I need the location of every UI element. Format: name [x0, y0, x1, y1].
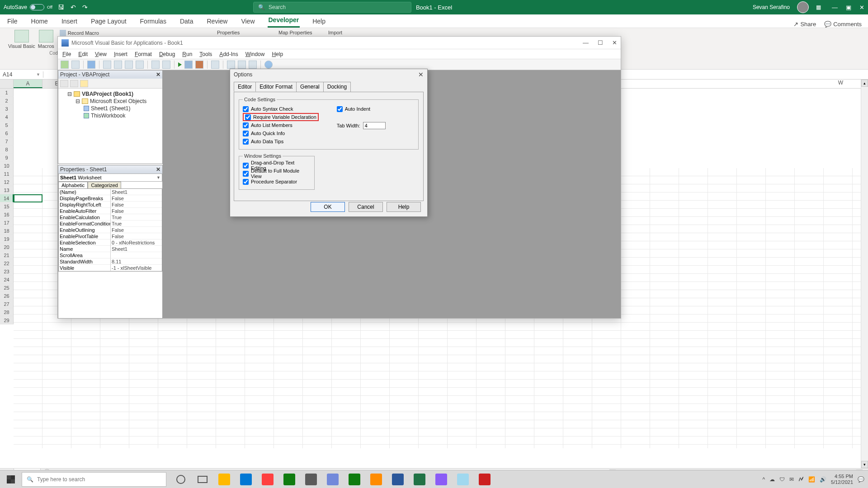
dialog-tab-editor-format[interactable]: Editor Format	[255, 82, 297, 92]
row-header[interactable]: 18	[0, 227, 14, 235]
row-header[interactable]: 8	[0, 145, 14, 154]
vba-menu-help[interactable]: Help	[272, 51, 283, 57]
row-header[interactable]: 28	[0, 308, 14, 316]
dialog-tab-docking[interactable]: Docking	[323, 82, 351, 92]
select-all-corner[interactable]	[0, 80, 14, 88]
vba-tool-icon[interactable]	[227, 61, 235, 69]
share-button[interactable]: ↗ Share	[793, 21, 816, 28]
notifications-icon[interactable]: 💬	[858, 476, 864, 483]
close-icon[interactable]: ✕	[156, 71, 160, 78]
toggle-folders-icon[interactable]	[80, 80, 88, 87]
autosave-switch[interactable]	[30, 4, 44, 10]
row-header[interactable]: 13	[0, 186, 14, 194]
vba-menu-run[interactable]: Run	[182, 51, 192, 57]
start-button[interactable]	[0, 470, 22, 488]
tree-sheet-node[interactable]: Sheet1 (Sheet1)	[61, 105, 160, 112]
vertical-scrollbar[interactable]: ▴ ▾	[861, 80, 868, 468]
row-header[interactable]: 20	[0, 243, 14, 251]
tray-onedrive-icon[interactable]: ☁	[769, 476, 775, 483]
taskbar-app[interactable]	[366, 470, 386, 488]
property-row[interactable]: (Name)Sheet1	[59, 189, 162, 195]
vba-menu-debug[interactable]: Debug	[159, 51, 175, 57]
tray-battery-icon[interactable]: 🗲	[798, 476, 804, 483]
tree-folder-node[interactable]: ⊟Microsoft Excel Objects	[61, 98, 160, 105]
ok-button[interactable]: OK	[311, 202, 345, 212]
find-icon[interactable]	[136, 61, 144, 69]
properties-tab-alphabetic[interactable]: Alphabetic	[58, 182, 88, 188]
tab-help[interactable]: Help	[311, 16, 326, 28]
selected-cell[interactable]	[14, 194, 42, 202]
properties-table[interactable]: (Name)Sheet1DisplayPageBreaksFalseDispla…	[58, 188, 162, 272]
row-header[interactable]: 17	[0, 219, 14, 227]
row-header[interactable]: 10	[0, 162, 14, 170]
row-header[interactable]: 24	[0, 276, 14, 284]
stop-icon[interactable]	[195, 61, 203, 69]
scroll-up-button[interactable]: ▴	[861, 80, 868, 87]
close-button[interactable]: ✕	[859, 4, 864, 11]
property-row[interactable]: StandardWidth8.11	[59, 258, 162, 265]
property-row[interactable]: DisplayRightToLeftFalse	[59, 202, 162, 208]
avatar[interactable]	[797, 1, 809, 13]
row-header[interactable]: 6	[0, 129, 14, 137]
tray-volume-icon[interactable]: 🔊	[820, 476, 826, 483]
full-module-view-checkbox[interactable]: Default to Full Module View	[243, 169, 311, 178]
tab-home[interactable]: Home	[30, 16, 49, 28]
task-view-button[interactable]	[193, 470, 212, 488]
view-object-icon[interactable]	[70, 80, 78, 87]
cortana-button[interactable]	[171, 470, 191, 488]
property-row[interactable]: ScrollArea	[59, 252, 162, 258]
project-panel-title[interactable]: Project - VBAProject ✕	[58, 70, 162, 79]
tray-security-icon[interactable]: 🛡	[779, 476, 785, 483]
tab-review[interactable]: Review	[206, 16, 229, 28]
row-header[interactable]: 5	[0, 121, 14, 129]
dialog-tab-general[interactable]: General	[296, 82, 324, 92]
redo-icon[interactable]	[162, 61, 170, 69]
ribbon-mode-icon[interactable]: ▦	[816, 4, 821, 10]
row-header[interactable]: 3	[0, 105, 14, 113]
row-header[interactable]: 29	[0, 316, 14, 324]
property-row[interactable]: EnableCalculationTrue	[59, 214, 162, 221]
row-header[interactable]: 7	[0, 137, 14, 145]
auto-indent-checkbox[interactable]: Auto Indent	[337, 105, 386, 113]
paste-icon[interactable]	[125, 61, 133, 69]
visual-basic-button[interactable]: Visual Basic	[8, 30, 35, 51]
property-row[interactable]: DisplayPageBreaksFalse	[59, 195, 162, 202]
taskbar-clock[interactable]: 4:55 PM 5/12/2021	[831, 474, 853, 485]
taskbar-app[interactable]	[388, 470, 408, 488]
tab-insert[interactable]: Insert	[61, 16, 78, 28]
taskbar-app[interactable]	[258, 470, 278, 488]
vba-menu-window[interactable]: Window	[245, 51, 265, 57]
vba-menu-insert[interactable]: Insert	[114, 51, 127, 57]
close-icon[interactable]: ✕	[156, 166, 160, 173]
vba-menu-format[interactable]: Format	[135, 51, 152, 57]
view-code-icon[interactable]	[60, 80, 68, 87]
property-row[interactable]: EnableSelection0 - xlNoRestrictions	[59, 239, 162, 246]
chevron-down-icon[interactable]: ▼	[36, 72, 40, 77]
vba-tool-icon[interactable]	[61, 61, 69, 69]
cancel-button[interactable]: Cancel	[349, 202, 383, 212]
undo-icon[interactable]	[151, 61, 160, 69]
taskbar-app[interactable]	[344, 470, 364, 488]
macros-button[interactable]: Macros	[38, 30, 54, 51]
row-header[interactable]: 25	[0, 284, 14, 292]
vba-tool-icon[interactable]	[249, 61, 257, 69]
vba-maximize-button[interactable]: ☐	[598, 39, 603, 46]
vba-menu-addins[interactable]: Add-Ins	[219, 51, 238, 57]
taskbar-search[interactable]: 🔍 Type here to search	[22, 472, 166, 487]
auto-quick-info-checkbox[interactable]: Auto Quick Info	[243, 129, 319, 137]
property-row[interactable]: EnablePivotTableFalse	[59, 233, 162, 239]
tab-data[interactable]: Data	[179, 16, 194, 28]
tab-file[interactable]: File	[6, 16, 19, 28]
row-header[interactable]: 23	[0, 267, 14, 276]
save-icon[interactable]	[87, 61, 95, 69]
taskbar-app[interactable]	[279, 470, 299, 488]
properties-tab-categorized[interactable]: Categorized	[88, 182, 121, 188]
property-row[interactable]: NameSheet1	[59, 246, 162, 252]
help-button[interactable]: Help	[387, 202, 421, 212]
properties-object-select[interactable]: Sheet1 Worksheet ▼	[58, 174, 162, 182]
vba-menu-view[interactable]: View	[95, 51, 107, 57]
undo-icon[interactable]: ↶	[71, 4, 76, 11]
tab-view[interactable]: View	[240, 16, 255, 28]
row-header[interactable]: 1	[0, 89, 14, 97]
save-icon[interactable]: 🖫	[58, 4, 64, 11]
